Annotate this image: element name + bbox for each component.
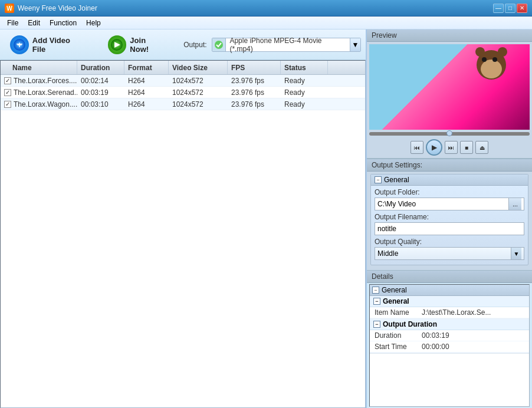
playback-controls: ⏮ ▶ ⏭ ■ ⏏ [367,137,532,158]
general-settings-content: Output Folder: C:\My Video ... Output Fi… [371,186,528,265]
output-folder-value: C:\My Video [377,200,416,208]
cell-format-0: H264 [124,75,169,86]
general-settings-group: − General Output Folder: C:\My Video ... [370,174,528,265]
details-item-name-key: Item Name [375,308,422,317]
cell-status-2: Ready [281,99,328,110]
row-checkbox-0[interactable] [4,77,11,84]
table-body: The.Lorax.Forces.... 00:02:14 H264 1024x… [1,75,365,407]
cell-name-2: The.Lorax.Wagon.... [1,99,77,110]
cell-duration-2: 00:03:10 [77,99,124,110]
join-icon [108,35,127,54]
svg-text:+: + [17,40,22,50]
seek-bar[interactable] [369,132,530,136]
output-format-arrow[interactable]: ▼ [350,38,360,51]
details-general-label: General [382,286,407,294]
maximize-button[interactable]: □ [505,4,515,13]
svg-point-6 [215,41,223,49]
main-container: + Add Video File Join Now! Output: [0,29,532,408]
video-frame [369,44,530,130]
svg-text:W: W [6,5,12,12]
collapse-icon: − [375,176,382,183]
toolbar: + Add Video File Join Now! Output: [0,29,366,60]
window-controls: — □ ✕ [493,4,527,13]
skip-to-start-button[interactable]: ⏮ [411,141,423,154]
play-button[interactable]: ▶ [426,139,442,156]
column-duration: Duration [77,61,124,74]
details-general-header[interactable]: − General [370,285,529,296]
row-checkbox-1[interactable] [4,89,11,96]
output-format-icon [212,38,226,51]
bear-character [471,50,512,97]
column-status: Status [281,61,328,74]
left-panel: + Add Video File Join Now! Output: [0,29,367,408]
right-panel: Preview [367,29,532,408]
file-list-area: Name Duration Format Video Size FPS Stat… [0,60,366,408]
details-body: − General − General Item Name J:\test\Th… [369,284,530,407]
quality-select-arrow[interactable]: ▼ [511,248,521,259]
menu-edit[interactable]: Edit [23,18,45,28]
menu-function[interactable]: Function [45,18,81,28]
app-icon: W [5,4,14,13]
output-folder-label: Output Folder: [375,188,524,196]
cell-format-1: H264 [124,87,169,98]
title-bar: W Weeny Free Video Joiner — □ ✕ [0,0,532,17]
app-title: Weeny Free Video Joiner [18,4,490,12]
add-video-label: Add Video File [32,36,86,54]
stop-button[interactable]: ■ [460,141,473,154]
add-video-icon: + [10,35,29,54]
cell-format-2: H264 [124,99,169,110]
details-output-duration-header: − Output Duration [370,319,529,330]
cell-filename-2: The.Lorax.Wagon.... [14,100,77,108]
output-filename-input[interactable]: notitle [375,222,524,235]
details-general-group: − General − General Item Name J:\test\Th… [370,285,529,354]
browse-folder-button[interactable]: ... [508,198,521,210]
details-sub-collapse-icon: − [373,298,380,305]
cell-videosize-2: 1024x572 [169,99,228,110]
details-start-time-row: Start Time 00:00:00 [370,341,529,353]
join-now-button[interactable]: Join Now! [103,32,172,57]
skip-to-end-button[interactable]: ⏭ [445,141,458,154]
add-video-button[interactable]: + Add Video File [5,32,91,57]
details-section: Details − General − General Item Name [367,271,532,408]
menu-help[interactable]: Help [81,18,106,28]
general-settings-label: General [384,176,409,184]
table-row[interactable]: The.Lorax.Forces.... 00:02:14 H264 1024x… [1,75,365,87]
details-output-duration-label: Output Duration [383,320,437,328]
column-format: Format [124,61,169,74]
output-format-select[interactable]: Apple iPhone MPEG-4 Movie (*.mp4) ▼ [212,38,361,52]
cell-filename-1: The.Lorax.Serenad... [14,88,77,97]
bear-eye-left [482,57,487,62]
details-duration-row: Duration 00:03:19 [370,330,529,341]
details-duration-key: Duration [375,331,422,340]
details-general-subgroup-header: − General [370,296,529,307]
row-checkbox-2[interactable] [4,101,11,108]
general-settings-header[interactable]: − General [371,175,528,186]
cell-filename-0: The.Lorax.Forces.... [14,77,77,85]
cell-videosize-1: 1024x572 [169,87,228,98]
output-settings-section: Output Settings: − General Output Folder… [367,159,532,271]
menu-bar: File Edit Function Help [0,17,532,29]
minimize-button[interactable]: — [493,4,504,13]
bear-eye-right [492,57,497,62]
output-quality-row: Output Quality: Middle ▼ [375,238,524,260]
table-row[interactable]: The.Lorax.Wagon.... 00:03:10 H264 1024x5… [1,98,365,110]
details-section-title: Details [367,271,532,283]
details-collapse-icon: − [372,287,379,294]
output-settings-title: Output Settings: [367,159,532,172]
output-quality-select[interactable]: Middle ▼ [375,247,524,260]
cell-duration-1: 00:03:19 [77,87,124,98]
table-row[interactable]: The.Lorax.Serenad... 00:03:19 H264 1024x… [1,87,365,98]
seek-bar-container [369,132,530,136]
output-quality-label: Output Quality: [375,238,524,246]
output-folder-input[interactable]: C:\My Video ... [375,198,524,210]
cell-status-1: Ready [281,87,328,98]
menu-file[interactable]: File [2,18,23,28]
preview-title: Preview [367,29,532,42]
cell-fps-1: 23.976 fps [228,87,281,98]
details-item-name-value: J:\test\The.Lorax.Se... [422,308,491,317]
cell-videosize-0: 1024x572 [169,75,228,86]
eject-button[interactable]: ⏏ [475,141,488,154]
seek-handle[interactable] [446,130,452,136]
close-button[interactable]: ✕ [517,4,527,13]
join-now-label: Join Now! [130,36,166,54]
